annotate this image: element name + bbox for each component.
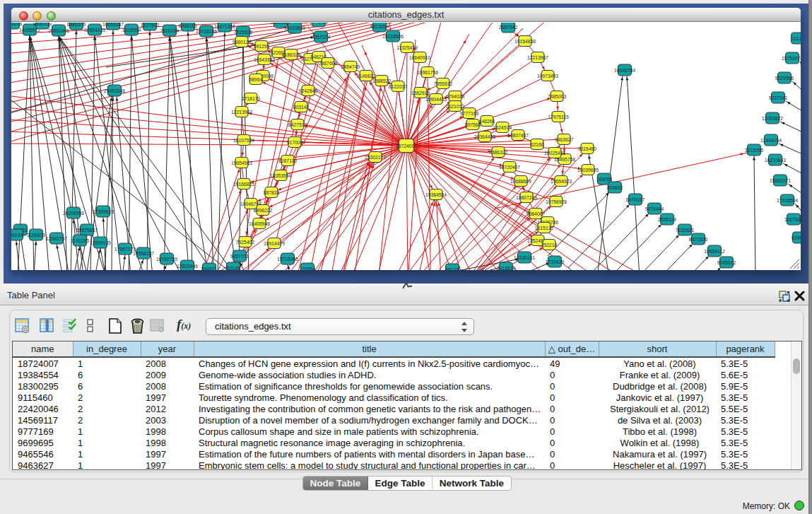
svg-text:0433218: 0433218 bbox=[11, 23, 22, 26]
svg-text:904521: 904521 bbox=[201, 267, 218, 271]
svg-text:20691406: 20691406 bbox=[48, 28, 69, 33]
svg-text:10756928: 10756928 bbox=[546, 199, 567, 204]
svg-text:10973493: 10973493 bbox=[537, 74, 558, 78]
svg-text:2867608: 2867608 bbox=[319, 61, 338, 66]
svg-text:120954: 120954 bbox=[300, 267, 316, 271]
svg-text:803144: 803144 bbox=[293, 105, 310, 110]
svg-text:12093822: 12093822 bbox=[762, 116, 783, 121]
svg-text:18353594: 18353594 bbox=[270, 173, 291, 178]
svg-text:391295: 391295 bbox=[254, 44, 270, 49]
svg-text:9242848: 9242848 bbox=[299, 88, 318, 93]
svg-text:146266: 146266 bbox=[479, 119, 495, 124]
svg-text:897568: 897568 bbox=[465, 122, 481, 127]
svg-text:10154838: 10154838 bbox=[514, 39, 536, 44]
svg-text:252214: 252214 bbox=[541, 243, 558, 247]
svg-text:19654923: 19654923 bbox=[551, 179, 572, 184]
svg-text:1562615: 1562615 bbox=[411, 90, 430, 95]
svg-text:29053346: 29053346 bbox=[104, 88, 125, 93]
svg-text:19166825: 19166825 bbox=[233, 182, 254, 187]
svg-text:8471626: 8471626 bbox=[689, 237, 708, 242]
svg-text:9777169: 9777169 bbox=[460, 111, 479, 116]
svg-text:19218506: 19218506 bbox=[382, 34, 404, 39]
svg-text:16648784: 16648784 bbox=[614, 68, 635, 73]
svg-text:7485003: 7485003 bbox=[548, 94, 567, 99]
svg-text:16671355: 16671355 bbox=[214, 24, 235, 29]
svg-text:9457791: 9457791 bbox=[230, 254, 249, 259]
svg-text:8267110: 8267110 bbox=[278, 158, 297, 163]
svg-text:19384554: 19384554 bbox=[425, 192, 447, 197]
svg-text:8122037: 8122037 bbox=[389, 84, 408, 89]
svg-text:6466161: 6466161 bbox=[179, 23, 198, 28]
svg-text:9227341: 9227341 bbox=[769, 95, 788, 100]
svg-text:6794028: 6794028 bbox=[446, 94, 465, 99]
svg-text:9463627: 9463627 bbox=[555, 137, 574, 142]
svg-text:16210643: 16210643 bbox=[765, 158, 786, 163]
svg-text:8186328: 8186328 bbox=[282, 52, 301, 57]
svg-text:9660123: 9660123 bbox=[233, 40, 252, 45]
svg-text:6475255: 6475255 bbox=[310, 23, 329, 24]
svg-text:7515526: 7515526 bbox=[234, 30, 253, 35]
svg-text:924501: 924501 bbox=[792, 235, 801, 240]
svg-text:20364436: 20364436 bbox=[474, 134, 495, 139]
svg-text:62166: 62166 bbox=[531, 142, 544, 147]
svg-text:17359928: 17359928 bbox=[93, 209, 114, 214]
svg-text:1733426: 1733426 bbox=[546, 259, 565, 264]
svg-text:16409948: 16409948 bbox=[249, 221, 270, 226]
svg-text:15716485: 15716485 bbox=[277, 257, 298, 262]
svg-text:16543382: 16543382 bbox=[254, 57, 275, 62]
svg-text:8386379: 8386379 bbox=[67, 23, 86, 27]
svg-text:6479197: 6479197 bbox=[626, 197, 645, 202]
svg-text:887833: 887833 bbox=[264, 190, 280, 195]
svg-text:16961758: 16961758 bbox=[417, 70, 438, 75]
svg-text:1624514: 1624514 bbox=[493, 125, 512, 130]
svg-text:9884067: 9884067 bbox=[526, 211, 546, 216]
svg-text:16107554: 16107554 bbox=[233, 138, 254, 143]
svg-text:10719155: 10719155 bbox=[196, 29, 217, 34]
svg-text:2718170: 2718170 bbox=[242, 96, 261, 101]
svg-text:12942757: 12942757 bbox=[46, 236, 67, 241]
svg-text:12444154: 12444154 bbox=[760, 138, 782, 143]
svg-text:7386322: 7386322 bbox=[489, 150, 508, 155]
svg-text:917006: 917006 bbox=[287, 140, 303, 145]
svg-text:17016504: 17016504 bbox=[777, 198, 798, 203]
svg-text:9600133: 9600133 bbox=[33, 23, 52, 26]
svg-text:10958157: 10958157 bbox=[133, 251, 154, 256]
svg-text:11325419: 11325419 bbox=[396, 45, 418, 50]
svg-text:18724007: 18724007 bbox=[396, 144, 417, 148]
svg-text:9146821: 9146821 bbox=[357, 74, 376, 78]
svg-text:14136141: 14136141 bbox=[514, 255, 535, 260]
svg-text:8498222: 8498222 bbox=[254, 208, 273, 213]
svg-text:1167534: 1167534 bbox=[784, 217, 801, 222]
svg-text:16782759: 16782759 bbox=[156, 257, 177, 262]
svg-text:9474444: 9474444 bbox=[645, 206, 664, 211]
svg-text:7816184: 7816184 bbox=[160, 28, 180, 33]
svg-text:19654983: 19654983 bbox=[231, 160, 252, 165]
svg-text:10807487: 10807487 bbox=[507, 133, 529, 138]
svg-text:9115460: 9115460 bbox=[578, 146, 596, 151]
svg-text:52145: 52145 bbox=[227, 266, 240, 271]
svg-text:1588520: 1588520 bbox=[372, 78, 392, 83]
svg-text:10025438: 10025438 bbox=[544, 151, 565, 156]
svg-text:15720407: 15720407 bbox=[499, 165, 520, 170]
svg-text:8454749: 8454749 bbox=[341, 64, 360, 69]
svg-text:12213967: 12213967 bbox=[527, 55, 548, 60]
svg-text:8813054: 8813054 bbox=[370, 24, 389, 29]
svg-text:8427512: 8427512 bbox=[288, 122, 307, 127]
svg-text:9245612: 9245612 bbox=[717, 260, 736, 265]
svg-text:15751074: 15751074 bbox=[782, 56, 801, 61]
svg-text:02654235: 02654235 bbox=[84, 28, 105, 33]
svg-text:7955812: 7955812 bbox=[434, 81, 453, 86]
svg-text:1145193: 1145193 bbox=[71, 238, 89, 243]
svg-text:7625402: 7625402 bbox=[236, 240, 255, 245]
svg-text:10688609: 10688609 bbox=[510, 179, 531, 184]
svg-text:12213962: 12213962 bbox=[231, 110, 252, 115]
svg-text:3215955: 3215955 bbox=[745, 148, 764, 153]
svg-text:2935114: 2935114 bbox=[658, 217, 676, 222]
svg-text:7357224: 7357224 bbox=[312, 35, 331, 40]
svg-text:10654112: 10654112 bbox=[704, 249, 725, 254]
svg-text:25302173: 25302173 bbox=[365, 155, 386, 160]
svg-text:2687642: 2687642 bbox=[499, 25, 518, 30]
svg-text:16033809: 16033809 bbox=[284, 25, 305, 30]
svg-text:10039695: 10039695 bbox=[577, 168, 599, 173]
svg-text:12505135: 12505135 bbox=[90, 240, 111, 245]
